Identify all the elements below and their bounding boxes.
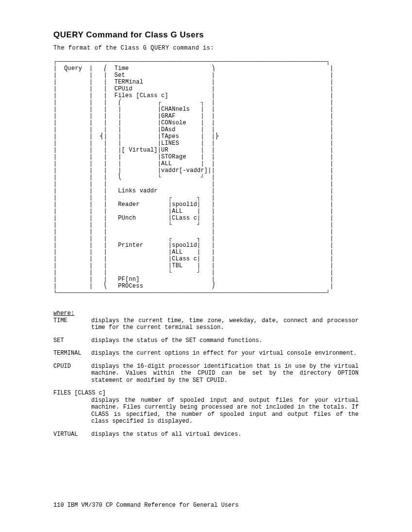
intro-text: The format of the Class G QUERY command … xyxy=(53,45,359,51)
definition-desc: displays the number of spooled input and… xyxy=(91,397,359,425)
where-label: where: xyxy=(53,310,74,317)
definition-row: FILES [CLASS c] displays the number of s… xyxy=(53,390,359,425)
definition-term: SET xyxy=(53,337,91,344)
definition-term: TIME xyxy=(53,317,91,331)
definition-row: VIRTUAL displays the status of all virtu… xyxy=(53,431,359,438)
page-footer: 110 IBM VM/370 CP Command Reference for … xyxy=(53,502,239,509)
definition-desc: displays the status of the SET command f… xyxy=(91,337,359,344)
definition-term: VIRTUAL xyxy=(53,431,91,438)
definition-row: CPUID displays the 16-digit processor id… xyxy=(53,363,359,384)
definition-desc: displays the 16-digit processor identifi… xyxy=(91,363,359,384)
definition-desc: displays the status of all virtual devic… xyxy=(91,431,359,438)
definition-term: FILES [CLASS c] xyxy=(53,390,359,397)
where-section: where: TIME displays the current time, t… xyxy=(53,310,359,438)
definition-row: SET displays the status of the SET comma… xyxy=(53,337,359,344)
syntax-diagram: ┌───────────────────────────────────────… xyxy=(53,58,359,296)
definition-row: TERMINAL displays the current options in… xyxy=(53,350,359,357)
definition-desc: displays the current options in effect f… xyxy=(91,350,359,357)
definition-term: CPUID xyxy=(53,363,91,384)
definition-desc: displays the current time, time zone, we… xyxy=(91,317,359,331)
definition-term: TERMINAL xyxy=(53,350,91,357)
definition-row: TIME displays the current time, time zon… xyxy=(53,317,359,331)
section-heading: QUERY Command for Class G Users xyxy=(53,30,359,40)
